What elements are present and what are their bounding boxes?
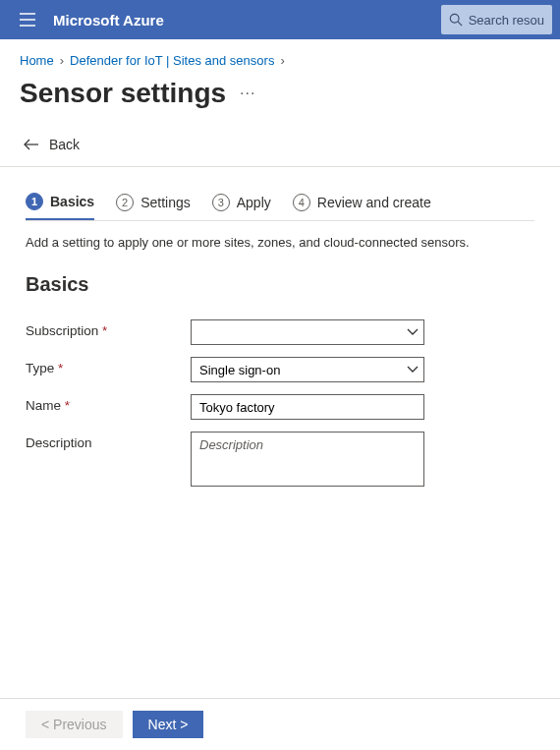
brand-label: Microsoft Azure xyxy=(53,12,164,29)
tab-label: Apply xyxy=(237,195,271,210)
label-subscription: Subscription * xyxy=(26,319,191,338)
breadcrumb: Home › Defender for IoT | Sites and sens… xyxy=(0,39,560,76)
hamburger-icon xyxy=(20,13,35,27)
search-icon xyxy=(449,13,463,27)
wizard-footer: < Previous Next > xyxy=(0,698,560,750)
global-search-input[interactable]: Search resou xyxy=(441,5,552,34)
field-row-subscription: Subscription * xyxy=(26,319,534,345)
description-textarea[interactable] xyxy=(191,432,424,487)
previous-button[interactable]: < Previous xyxy=(26,711,123,738)
back-label: Back xyxy=(49,137,80,152)
wizard-tabs: 1 Basics 2 Settings 3 Apply 4 Review and… xyxy=(26,193,534,220)
tab-number: 3 xyxy=(212,194,230,211)
hamburger-menu-button[interactable] xyxy=(8,0,47,39)
tab-settings[interactable]: 2 Settings xyxy=(116,194,191,219)
section-heading-basics: Basics xyxy=(26,273,534,296)
next-button[interactable]: Next > xyxy=(133,711,204,738)
tab-number: 2 xyxy=(116,194,134,211)
back-button[interactable]: Back xyxy=(0,129,560,166)
top-bar: Microsoft Azure Search resou xyxy=(0,0,560,39)
arrow-left-icon xyxy=(24,139,39,150)
chevron-right-icon: › xyxy=(60,53,64,68)
field-row-description: Description xyxy=(26,432,534,487)
tab-number: 1 xyxy=(26,193,43,210)
type-select[interactable] xyxy=(191,357,424,382)
more-actions-button[interactable]: ··· xyxy=(240,85,255,102)
tab-label: Basics xyxy=(50,194,94,209)
tab-label: Review and create xyxy=(317,195,431,210)
tab-number: 4 xyxy=(293,194,310,211)
field-row-name: Name * xyxy=(26,394,534,420)
search-placeholder: Search resou xyxy=(469,13,544,28)
name-input[interactable] xyxy=(191,394,424,420)
svg-line-4 xyxy=(458,22,462,26)
breadcrumb-home[interactable]: Home xyxy=(20,53,54,68)
label-type: Type * xyxy=(26,357,191,375)
tab-label: Settings xyxy=(140,195,191,210)
page-title-row: Sensor settings ··· xyxy=(0,76,560,129)
tab-apply[interactable]: 3 Apply xyxy=(212,194,271,219)
label-name: Name * xyxy=(26,394,191,413)
type-value[interactable] xyxy=(191,357,424,382)
tab-basics[interactable]: 1 Basics xyxy=(26,193,94,220)
svg-point-3 xyxy=(450,14,459,23)
subscription-value[interactable] xyxy=(191,319,424,345)
tab-review-create[interactable]: 4 Review and create xyxy=(293,194,431,219)
chevron-right-icon: › xyxy=(280,53,284,68)
breadcrumb-defender-sites[interactable]: Defender for IoT | Sites and sensors xyxy=(70,53,274,68)
field-row-type: Type * xyxy=(26,357,534,382)
helper-text: Add a setting to apply one or more sites… xyxy=(26,235,534,250)
subscription-select[interactable] xyxy=(191,319,424,345)
page-title: Sensor settings xyxy=(20,78,226,109)
main-content: 1 Basics 2 Settings 3 Apply 4 Review and… xyxy=(0,167,560,487)
label-description: Description xyxy=(26,432,191,450)
